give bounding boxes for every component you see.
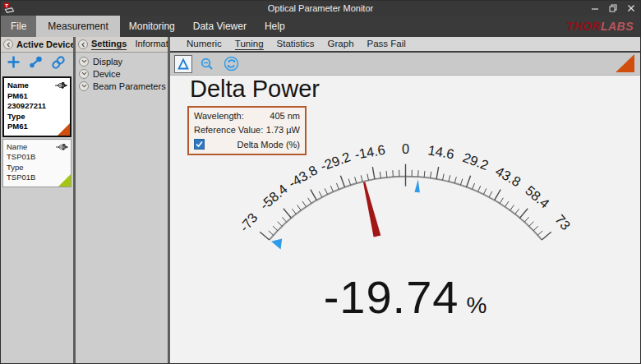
device-color-tag (58, 123, 70, 136)
collapse-middle-icon[interactable] (78, 39, 88, 49)
restore-button[interactable] (604, 2, 622, 15)
device-type-label: Type (7, 163, 67, 173)
svg-text:29.2: 29.2 (461, 150, 491, 173)
delta-mode-checkbox[interactable] (194, 139, 205, 150)
device-name: PM61 230927211 (7, 91, 67, 112)
tree-item-device[interactable]: Device (76, 67, 168, 80)
svg-text:-14.6: -14.6 (353, 142, 386, 162)
tree-item-beam-parameters[interactable]: Beam Parameters (76, 80, 168, 92)
thorlabs-logo: THORLABS (566, 16, 640, 37)
zoom-out-button[interactable] (198, 55, 216, 73)
refresh-button[interactable] (222, 55, 240, 73)
device-toolbar (1, 53, 73, 75)
settings-header: Settings Information (76, 37, 168, 53)
svg-text:43.8: 43.8 (493, 164, 523, 190)
tree-item-label: Display (93, 57, 122, 67)
svg-text:0: 0 (402, 141, 409, 156)
measurement-panel: Numeric Tuning Statistics Graph Pass Fai… (170, 37, 640, 363)
active-devices-panel: Active Devices (1, 37, 73, 363)
delta-mode-label: Delta Mode (%) (237, 140, 300, 150)
svg-text:58.4: 58.4 (523, 182, 552, 210)
svg-text:-73: -73 (236, 210, 260, 234)
chevron-down-icon (79, 69, 89, 79)
wavelength-label: Wavelength: (194, 111, 244, 121)
tab-numeric[interactable]: Numeric (187, 39, 222, 49)
svg-text:-29.2: -29.2 (318, 149, 352, 173)
tree-item-display[interactable]: Display (76, 55, 168, 67)
menu-bar: File Measurement Monitoring Data Viewer … (1, 16, 640, 37)
window-title: Optical Parameter Monitor (1, 3, 640, 13)
tree-item-label: Device (93, 69, 121, 79)
device-type-label: Type (7, 112, 67, 122)
title-bar: T Optical Parameter Monitor (1, 1, 640, 16)
menu-data-viewer[interactable]: Data Viewer (184, 16, 256, 37)
svg-text:14.6: 14.6 (427, 142, 456, 161)
svg-text:73: 73 (552, 212, 574, 233)
svg-text:-58.4: -58.4 (257, 182, 290, 213)
device-color-tag (58, 174, 71, 187)
active-devices-header: Active Devices (1, 37, 73, 53)
tab-graph[interactable]: Graph (328, 39, 354, 49)
menu-file[interactable]: File (1, 16, 36, 37)
link-device-button[interactable] (51, 55, 66, 73)
add-device-button[interactable] (7, 55, 21, 72)
menu-help[interactable]: Help (256, 16, 294, 37)
minimize-button[interactable] (586, 2, 604, 15)
view-tabstrip: Numeric Tuning Statistics Graph Pass Fai… (170, 37, 640, 53)
tab-information[interactable]: Information (135, 39, 168, 50)
pair-devices-button[interactable] (28, 55, 44, 72)
reference-value: 1.73 µW (266, 125, 300, 135)
svg-text:-43.8: -43.8 (286, 162, 320, 190)
view-toolbar (170, 53, 640, 76)
usb-icon (54, 81, 67, 90)
measurement-reading: -19.74 % (170, 270, 640, 324)
chevron-down-icon (79, 81, 89, 91)
menu-measurement[interactable]: Measurement (36, 16, 119, 37)
collapse-left-icon[interactable] (3, 39, 13, 49)
menu-monitoring[interactable]: Monitoring (120, 16, 184, 37)
reading-value: -19.74 (324, 270, 459, 324)
close-button[interactable] (622, 2, 640, 15)
tab-tuning[interactable]: Tuning (235, 39, 264, 50)
measurement-info-box: Wavelength: 405 nm Reference Value: 1.73… (187, 106, 307, 155)
wavelength-value: 405 nm (270, 111, 300, 121)
tab-pass-fail[interactable]: Pass Fail (367, 39, 406, 49)
tab-statistics[interactable]: Statistics (277, 39, 315, 49)
tuning-content: Delta Power Wavelength: 405 nm Reference… (170, 76, 640, 363)
app-window: T Optical Parameter Monitor File Measure… (0, 0, 641, 364)
settings-panel: Settings Information Display Device (76, 37, 168, 363)
delta-mode-button[interactable] (174, 55, 192, 73)
active-devices-title: Active Devices (16, 39, 73, 49)
usb-icon (55, 143, 68, 151)
device-card-pm61[interactable]: Name PM61 230927211 Type PM61 (2, 76, 71, 137)
chevron-down-icon (79, 57, 89, 67)
device-card-tsp01b[interactable]: Name TSP01B Type TSP01B (2, 139, 71, 187)
tree-item-label: Beam Parameters (93, 81, 166, 91)
reading-unit: % (466, 293, 487, 319)
page-title: Delta Power (190, 76, 320, 103)
tab-settings[interactable]: Settings (91, 39, 127, 50)
selected-device-color-tag (616, 54, 634, 72)
device-name: TSP01B (7, 152, 67, 163)
reference-value-label: Reference Value: (194, 125, 263, 135)
